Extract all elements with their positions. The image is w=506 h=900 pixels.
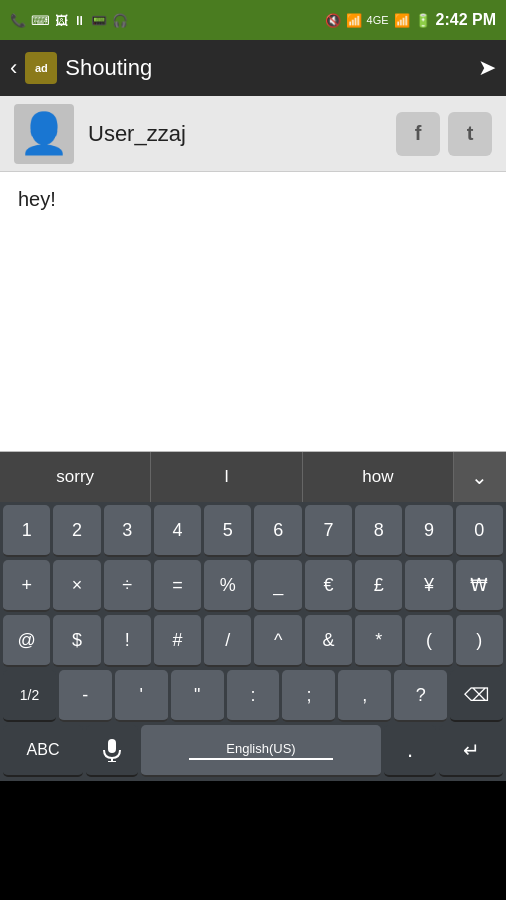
key-caret[interactable]: ^ bbox=[254, 615, 301, 667]
key-4[interactable]: 4 bbox=[154, 505, 201, 557]
social-buttons: f t bbox=[396, 112, 492, 156]
image-icon: 🖼 bbox=[55, 13, 68, 28]
key-dot[interactable]: . bbox=[384, 725, 436, 777]
username-label: User_zzaj bbox=[88, 121, 382, 147]
key-comma[interactable]: , bbox=[338, 670, 391, 722]
svg-rect-0 bbox=[108, 739, 116, 753]
back-button[interactable]: ‹ bbox=[10, 55, 17, 81]
keyboard-row-5: ABC English(US) . ↵ bbox=[0, 722, 506, 781]
key-asterisk[interactable]: * bbox=[355, 615, 402, 667]
key-0[interactable]: 0 bbox=[456, 505, 503, 557]
key-7[interactable]: 7 bbox=[305, 505, 352, 557]
key-euro[interactable]: € bbox=[305, 560, 352, 612]
status-bar: 📞 ⌨ 🖼 ⏸ 📟 🎧 🔇 📶 4GE 📶 🔋 2:42 PM bbox=[0, 0, 506, 40]
wifi-icon: 📶 bbox=[346, 13, 362, 28]
status-icons-left: 📞 ⌨ 🖼 ⏸ 📟 🎧 bbox=[10, 13, 128, 28]
key-yen[interactable]: ¥ bbox=[405, 560, 452, 612]
autocomplete-bar: sorry I how ⌄ bbox=[0, 452, 506, 502]
battery-icon: 🔋 bbox=[415, 13, 431, 28]
key-5[interactable]: 5 bbox=[204, 505, 251, 557]
user-header: 👤 User_zzaj f t bbox=[0, 96, 506, 172]
autocomplete-collapse-button[interactable]: ⌄ bbox=[454, 452, 506, 502]
key-3[interactable]: 3 bbox=[104, 505, 151, 557]
key-won[interactable]: ₩ bbox=[456, 560, 503, 612]
mic-icon bbox=[102, 738, 122, 762]
keyboard: 1 2 3 4 5 6 7 8 9 0 + × ÷ = % _ € £ ¥ ₩ … bbox=[0, 502, 506, 781]
keyboard-row-4: 1/2 - ' " : ; , ? ⌫ bbox=[0, 667, 506, 722]
autocomplete-i[interactable]: I bbox=[151, 452, 302, 502]
autocomplete-how[interactable]: how bbox=[303, 452, 454, 502]
key-2[interactable]: 2 bbox=[53, 505, 100, 557]
lte-icon: 4GE bbox=[367, 14, 389, 26]
top-bar-left: ‹ ad Shouting bbox=[10, 52, 152, 84]
language-underline bbox=[189, 758, 333, 760]
key-language[interactable]: English(US) bbox=[141, 725, 381, 777]
status-icons-right: 🔇 📶 4GE 📶 🔋 2:42 PM bbox=[325, 11, 496, 29]
avatar: 👤 bbox=[14, 104, 74, 164]
key-apostrophe[interactable]: ' bbox=[115, 670, 168, 722]
key-abc[interactable]: ABC bbox=[3, 725, 83, 777]
key-slash[interactable]: / bbox=[204, 615, 251, 667]
pause-icon: ⏸ bbox=[73, 13, 86, 28]
facebook-button[interactable]: f bbox=[396, 112, 440, 156]
key-pound[interactable]: £ bbox=[355, 560, 402, 612]
autocomplete-sorry[interactable]: sorry bbox=[0, 452, 151, 502]
keyboard-icon: ⌨ bbox=[31, 13, 50, 28]
page-title: Shouting bbox=[65, 55, 152, 81]
enter-icon: ↵ bbox=[463, 738, 480, 762]
key-equals[interactable]: = bbox=[154, 560, 201, 612]
dot-label: . bbox=[407, 737, 413, 763]
signal-icon: 📶 bbox=[394, 13, 410, 28]
key-backspace[interactable]: ⌫ bbox=[450, 670, 503, 722]
key-colon[interactable]: : bbox=[227, 670, 280, 722]
phone-icon: 📞 bbox=[10, 13, 26, 28]
key-enter[interactable]: ↵ bbox=[439, 725, 503, 777]
key-quote[interactable]: " bbox=[171, 670, 224, 722]
language-label: English(US) bbox=[226, 741, 295, 756]
status-time: 2:42 PM bbox=[436, 11, 496, 29]
app-icon: ad bbox=[25, 52, 57, 84]
key-percent[interactable]: % bbox=[204, 560, 251, 612]
key-6[interactable]: 6 bbox=[254, 505, 301, 557]
key-exclaim[interactable]: ! bbox=[104, 615, 151, 667]
send-button[interactable]: ➤ bbox=[478, 55, 496, 81]
key-divide[interactable]: ÷ bbox=[104, 560, 151, 612]
user-silhouette-icon: 👤 bbox=[19, 110, 69, 157]
twitter-button[interactable]: t bbox=[448, 112, 492, 156]
key-open-paren[interactable]: ( bbox=[405, 615, 452, 667]
key-minus[interactable]: - bbox=[59, 670, 112, 722]
key-multiply[interactable]: × bbox=[53, 560, 100, 612]
message-text: hey! bbox=[18, 188, 56, 210]
top-bar: ‹ ad Shouting ➤ bbox=[0, 40, 506, 96]
key-at[interactable]: @ bbox=[3, 615, 50, 667]
key-mic[interactable] bbox=[86, 725, 138, 777]
chevron-down-icon: ⌄ bbox=[471, 465, 488, 489]
key-8[interactable]: 8 bbox=[355, 505, 402, 557]
key-1[interactable]: 1 bbox=[3, 505, 50, 557]
message-area[interactable]: hey! bbox=[0, 172, 506, 452]
key-question[interactable]: ? bbox=[394, 670, 447, 722]
key-hash[interactable]: # bbox=[154, 615, 201, 667]
headphones-icon: 🎧 bbox=[112, 13, 128, 28]
key-dollar[interactable]: $ bbox=[53, 615, 100, 667]
key-half[interactable]: 1/2 bbox=[3, 670, 56, 722]
pager-icon: 📟 bbox=[91, 13, 107, 28]
key-underscore[interactable]: _ bbox=[254, 560, 301, 612]
key-ampersand[interactable]: & bbox=[305, 615, 352, 667]
key-9[interactable]: 9 bbox=[405, 505, 452, 557]
key-semicolon[interactable]: ; bbox=[282, 670, 335, 722]
key-close-paren[interactable]: ) bbox=[456, 615, 503, 667]
keyboard-row-1: 1 2 3 4 5 6 7 8 9 0 bbox=[0, 502, 506, 557]
keyboard-row-2: + × ÷ = % _ € £ ¥ ₩ bbox=[0, 557, 506, 612]
keyboard-row-3: @ $ ! # / ^ & * ( ) bbox=[0, 612, 506, 667]
mute-icon: 🔇 bbox=[325, 13, 341, 28]
key-plus[interactable]: + bbox=[3, 560, 50, 612]
